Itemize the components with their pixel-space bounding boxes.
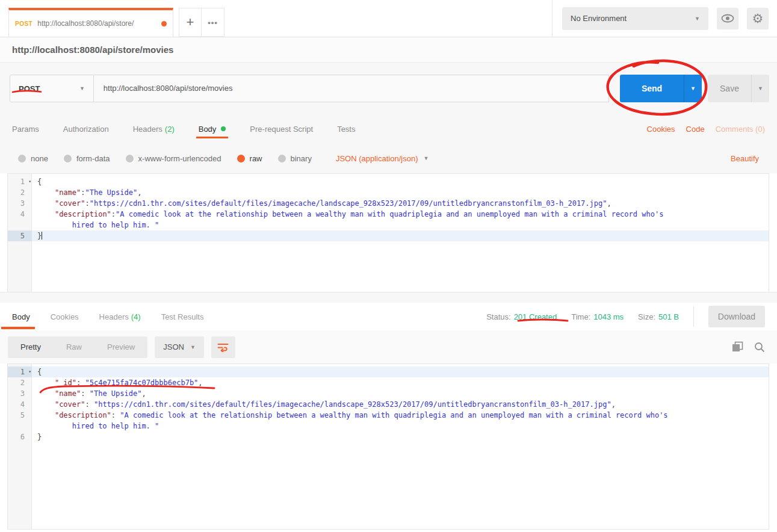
- response-view-switch: Pretty Raw Preview: [8, 336, 147, 358]
- request-tabs: Params Authorization Headers (2) Body Pr…: [0, 114, 777, 143]
- code-text[interactable]: "cover": "https://cdn1.thr.com/sites/def…: [32, 399, 616, 410]
- settings-button[interactable]: ⚙: [747, 8, 769, 29]
- radio-none[interactable]: none: [18, 154, 48, 163]
- code-text[interactable]: }: [32, 431, 42, 442]
- tab-authorization[interactable]: Authorization: [63, 114, 109, 143]
- code-line: 4 "cover": "https://cdn1.thr.com/sites/d…: [8, 399, 769, 410]
- code-text[interactable]: "name": "The Upside",: [32, 388, 146, 399]
- status-value: 201 Created: [514, 312, 557, 321]
- tab-pre-request-script[interactable]: Pre-request Script: [250, 114, 313, 143]
- comments-link[interactable]: Comments (0): [716, 125, 765, 134]
- fold-arrow-icon[interactable]: ▾: [28, 176, 31, 187]
- section-divider: [0, 292, 777, 303]
- code-line: 5}: [8, 230, 769, 241]
- search-button[interactable]: [754, 342, 765, 353]
- line-number: 4: [8, 209, 32, 220]
- response-format-select[interactable]: JSON ▼: [155, 336, 204, 358]
- line-number: 6: [8, 431, 32, 442]
- code-text[interactable]: {: [32, 176, 42, 187]
- environment-select[interactable]: No Environment ▼: [562, 7, 708, 30]
- radio-form-data[interactable]: form-data: [64, 154, 110, 163]
- code-text[interactable]: hired to help him. ": [32, 421, 159, 431]
- view-preview-button[interactable]: Preview: [94, 342, 147, 351]
- code-line: 1▾{: [8, 367, 769, 377]
- radio-raw[interactable]: raw: [237, 154, 262, 163]
- status-stat: Status: 201 Created: [486, 312, 557, 321]
- download-button[interactable]: Download: [708, 306, 765, 327]
- code-line: hired to help him. ": [8, 421, 769, 431]
- radio-icon: [18, 155, 26, 162]
- code-text[interactable]: "_id": "5c4e715fa74c07dbbb6ecb7b",: [32, 377, 203, 388]
- divider: [693, 306, 694, 327]
- response-tab-headers[interactable]: Headers (4): [99, 303, 141, 330]
- response-tab-test-results[interactable]: Test Results: [161, 303, 204, 330]
- radio-binary[interactable]: binary: [278, 154, 312, 163]
- tab-label: Cookies: [51, 312, 79, 321]
- request-links: Cookies Code Comments (0): [647, 125, 765, 134]
- content-type-select[interactable]: JSON (application/json) ▼: [336, 154, 429, 163]
- save-button[interactable]: Save: [708, 75, 751, 102]
- response-toolbar: Pretty Raw Preview JSON ▼: [0, 330, 777, 363]
- new-tab-button[interactable]: +: [179, 8, 202, 37]
- fold-arrow-icon[interactable]: ▾: [28, 367, 31, 377]
- code-text[interactable]: {: [32, 367, 42, 377]
- code-text[interactable]: "cover":"https://cdn1.thr.com/sites/defa…: [32, 198, 611, 209]
- size-label: Size:: [638, 312, 655, 321]
- tab-tests[interactable]: Tests: [337, 114, 355, 143]
- chevron-down-icon: ▼: [423, 155, 429, 161]
- url-input[interactable]: http://localhost:8080/api/store/movies: [94, 75, 609, 102]
- code-text[interactable]: "name":"The Upside",: [32, 187, 141, 198]
- code-text[interactable]: }: [32, 230, 42, 241]
- send-button[interactable]: Send: [620, 75, 684, 102]
- code-text[interactable]: "description":"A comedic look at the rel…: [32, 209, 663, 220]
- chevron-down-icon: ▼: [758, 85, 763, 91]
- copy-icon: [732, 341, 743, 353]
- radio-x-www-form-urlencoded[interactable]: x-www-form-urlencoded: [126, 154, 221, 163]
- chevron-down-icon: ▼: [695, 16, 700, 22]
- code-link[interactable]: Code: [686, 125, 705, 134]
- headers-count-badge: (4): [131, 312, 141, 321]
- tab-label: Body: [12, 312, 30, 321]
- save-options-button[interactable]: ▼: [751, 75, 769, 102]
- code-text[interactable]: hired to help him. ": [32, 220, 159, 230]
- environment-label: No Environment: [571, 14, 627, 23]
- beautify-link[interactable]: Beautify: [731, 154, 759, 163]
- chevron-down-icon: ▼: [79, 85, 85, 91]
- wrap-text-button[interactable]: [211, 336, 235, 358]
- request-builder: POST ▼ http://localhost:8080/api/store/m…: [0, 63, 777, 114]
- response-tab-cookies[interactable]: Cookies: [51, 303, 79, 330]
- line-number: 5: [8, 230, 32, 241]
- time-label: Time:: [571, 312, 590, 321]
- request-tab[interactable]: POST http://localhost:8080/api/store/: [8, 8, 173, 37]
- line-number: 1▾: [8, 367, 32, 377]
- tab-headers[interactable]: Headers (2): [133, 114, 175, 143]
- tab-label: Params: [12, 125, 39, 134]
- cookies-link[interactable]: Cookies: [647, 125, 675, 134]
- radio-label: raw: [250, 154, 262, 163]
- radio-label: x-www-form-urlencoded: [138, 154, 221, 163]
- line-number: 5: [8, 410, 32, 421]
- view-raw-button[interactable]: Raw: [54, 342, 94, 351]
- line-number: 4: [8, 399, 32, 410]
- radio-icon: [126, 155, 134, 162]
- tab-body[interactable]: Body: [199, 114, 226, 143]
- request-body-editor[interactable]: 1▾{2 "name":"The Upside",3 "cover":"http…: [7, 173, 769, 292]
- chevron-down-icon: ▼: [690, 85, 696, 91]
- word-wrap-icon: [217, 342, 229, 352]
- tab-label: Test Results: [161, 312, 204, 321]
- tab-params[interactable]: Params: [12, 114, 39, 143]
- tab-label: Pre-request Script: [250, 125, 313, 134]
- code-text[interactable]: "description": "A comedic look at the re…: [32, 410, 668, 421]
- method-select[interactable]: POST ▼: [10, 75, 94, 102]
- response-meta-bar: Body Cookies Headers (4) Test Results St…: [0, 303, 777, 330]
- time-stat: Time: 1043 ms: [571, 312, 624, 321]
- response-tab-body[interactable]: Body: [12, 303, 30, 330]
- tab-options-button[interactable]: •••: [202, 8, 224, 37]
- send-options-button[interactable]: ▼: [684, 75, 702, 102]
- view-pretty-button[interactable]: Pretty: [8, 342, 54, 351]
- code-line: 5 "description": "A comedic look at the …: [8, 410, 769, 421]
- response-body-editor[interactable]: 1▾{2 "_id": "5c4e715fa74c07dbbb6ecb7b",3…: [7, 363, 769, 530]
- copy-button[interactable]: [732, 341, 743, 353]
- tab-label: Body: [199, 125, 217, 134]
- environment-quick-look-button[interactable]: [717, 8, 738, 29]
